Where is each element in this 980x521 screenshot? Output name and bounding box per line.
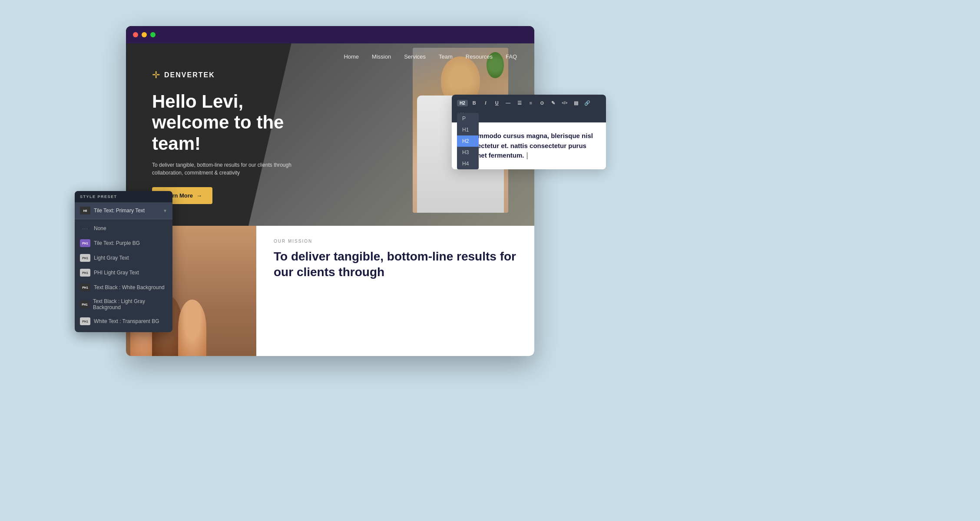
preset-item-text-black-white[interactable]: PH1 Text Black : White Background xyxy=(75,280,172,295)
light-gray-badge: PH1 xyxy=(80,254,90,262)
preset-item-text-black-gray[interactable]: PH1 Text Black : Light Gray Background xyxy=(75,295,172,314)
preset-item-white-transparent[interactable]: PH1 White Text : Transparent BG xyxy=(75,314,172,329)
browser-dot-green[interactable] xyxy=(150,32,156,37)
rte-bold-button[interactable]: B xyxy=(470,98,479,108)
preset-item-name-light-gray: Light Gray Text xyxy=(94,255,129,261)
hero-content: Hello Levi, welcome to the team! To deli… xyxy=(152,91,308,204)
mission-section: OUR MISSION To deliver tangible, bottom-… xyxy=(256,226,534,356)
rte-color-button[interactable]: ✎ xyxy=(549,98,558,108)
preset-item-none[interactable]: ··· None xyxy=(75,221,172,236)
current-preset-name: Tile Text: Primary Text xyxy=(94,208,145,214)
browser-window: Home Mission Services Team Resources FAQ… xyxy=(126,26,534,356)
logo-icon: ✛ xyxy=(152,69,160,81)
hero-subtitle: To deliver tangible, bottom-line results… xyxy=(152,161,308,177)
mission-label: OUR MISSION xyxy=(274,239,517,244)
text-black-white-badge: PH1 xyxy=(80,284,90,291)
preset-item-name-text-black-gray: Text Black : Light Gray Background xyxy=(93,298,167,310)
learn-more-arrow: → xyxy=(196,192,202,199)
hero-heading: Hello Levi, welcome to the team! xyxy=(152,91,308,154)
nav-mission[interactable]: Mission xyxy=(372,53,391,60)
current-preset-badge: H6 xyxy=(80,207,90,214)
browser-titlebar xyxy=(126,26,534,43)
rte-link-button[interactable]: 🔗 xyxy=(583,98,592,108)
rich-text-editor: H2 B I U — ☰ ≡ ⊙ ✎ </> ▤ 🔗 ✕ P H1 H2 H3 … xyxy=(452,95,606,169)
tile-purple-badge: PH1 xyxy=(80,239,90,247)
preset-item-name-phi: PHI Light Gray Text xyxy=(94,270,139,276)
rte-text-content: nt commodo cursus magna, blerisque nisl … xyxy=(462,132,593,159)
style-preset-current-left: H6 Tile Text: Primary Text xyxy=(80,207,145,214)
style-preset-panel: STYLE PRESET H6 Tile Text: Primary Text … xyxy=(75,191,172,332)
nav-team[interactable]: Team xyxy=(439,53,453,60)
preset-item-name-white-transparent: White Text : Transparent BG xyxy=(94,318,159,324)
nav-services[interactable]: Services xyxy=(404,53,426,60)
browser-dot-red[interactable] xyxy=(133,32,138,37)
mission-heading: To deliver tangible, bottom-line results… xyxy=(274,249,517,280)
rte-text: nt commodo cursus magna, blerisque nisl … xyxy=(462,131,596,161)
website-lower-section: OUR MISSION To deliver tangible, bottom-… xyxy=(126,226,534,356)
rte-heading-dropdown: P H1 H2 H3 H4 xyxy=(457,113,479,169)
white-transparent-badge: PH1 xyxy=(80,317,90,325)
rte-option-h4[interactable]: H4 xyxy=(457,158,479,169)
rte-option-h3[interactable]: H3 xyxy=(457,147,479,158)
nav-faq[interactable]: FAQ xyxy=(506,53,517,60)
preset-item-name-none: None xyxy=(94,225,106,231)
rte-list-ol-button[interactable]: ≡ xyxy=(526,98,536,108)
rte-option-p[interactable]: P xyxy=(457,113,479,124)
preset-item-name-tile-purple: Tile Text: Purple BG xyxy=(94,240,140,246)
preset-item-casestudy[interactable]: PH1 CaseStudy Tiles Presets xyxy=(75,329,172,332)
phi-badge: PH1 xyxy=(80,269,90,277)
preset-dropdown-chevron: ▼ xyxy=(163,208,167,213)
preset-item-name-text-black-white: Text Black : White Background xyxy=(94,284,165,290)
rte-heading-selector[interactable]: H2 xyxy=(457,100,468,106)
none-preset-badge: ··· xyxy=(80,224,90,232)
style-preset-list: ··· None PH1 Tile Text: Purple BG PH1 Li… xyxy=(75,219,172,332)
preset-item-light-gray[interactable]: PH1 Light Gray Text xyxy=(75,251,172,265)
logo-text: DENVERTEK xyxy=(164,71,215,79)
rte-underline-button[interactable]: U xyxy=(492,98,502,108)
rte-indent-button[interactable]: ⊙ xyxy=(537,98,547,108)
website-logo: ✛ DENVERTEK xyxy=(152,69,215,81)
preset-item-tile-purple[interactable]: PH1 Tile Text: Purple BG xyxy=(75,236,172,251)
rte-italic-button[interactable]: I xyxy=(481,98,490,108)
rte-toolbar: H2 B I U — ☰ ≡ ⊙ ✎ </> ▤ 🔗 ✕ P H1 H2 H3 … xyxy=(452,95,606,122)
preset-item-phi-light-gray[interactable]: PH1 PHI Light Gray Text xyxy=(75,265,172,280)
style-preset-current[interactable]: H6 Tile Text: Primary Text ▼ xyxy=(75,202,172,219)
browser-dot-yellow[interactable] xyxy=(142,32,147,37)
rte-cursor xyxy=(527,152,527,159)
website-nav: Home Mission Services Team Resources FAQ xyxy=(126,43,534,69)
rte-list-ul-button[interactable]: ☰ xyxy=(515,98,524,108)
rte-option-h1[interactable]: H1 xyxy=(457,124,479,135)
text-black-gray-badge: PH1 xyxy=(80,300,89,308)
nav-resources[interactable]: Resources xyxy=(466,53,493,60)
rte-option-h2[interactable]: H2 xyxy=(457,135,479,147)
rte-code-button[interactable]: </> xyxy=(560,98,569,108)
rte-table-button[interactable]: ▤ xyxy=(571,98,581,108)
nav-home[interactable]: Home xyxy=(344,53,359,60)
style-preset-header: STYLE PRESET xyxy=(75,191,172,202)
rte-strikethrough-button[interactable]: — xyxy=(503,98,513,108)
browser-content: Home Mission Services Team Resources FAQ… xyxy=(126,43,534,356)
